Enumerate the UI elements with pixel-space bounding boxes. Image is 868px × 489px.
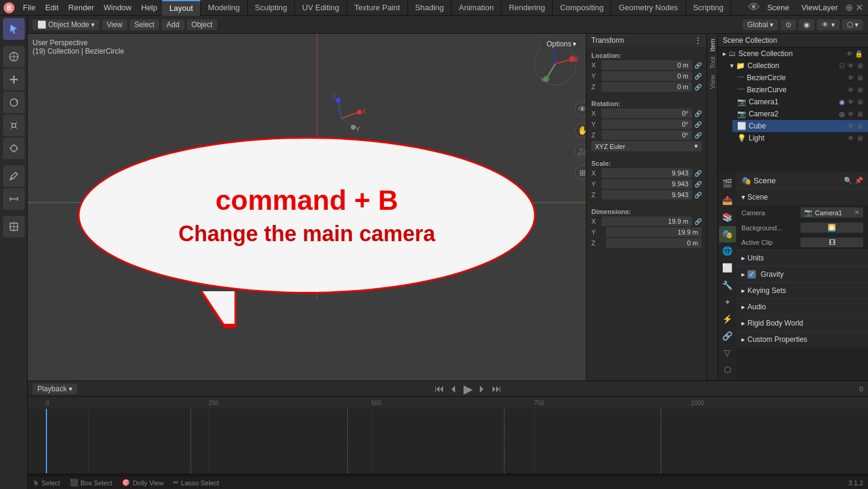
workspace-geometry[interactable]: Geometry Nodes xyxy=(611,0,685,16)
rotation-y-input[interactable] xyxy=(602,119,692,129)
menu-render[interactable]: Render xyxy=(63,0,99,16)
props-scene-icon[interactable]: 🎭 xyxy=(719,226,736,242)
location-y-lock[interactable]: 🔗 xyxy=(694,73,702,80)
transform-global[interactable]: Global ▾ xyxy=(743,19,779,30)
viewport-shading[interactable]: ⬡ ▾ xyxy=(842,19,863,30)
location-z-input[interactable] xyxy=(602,82,692,92)
props-output-icon[interactable]: 📤 xyxy=(719,192,736,208)
scene-background-value[interactable]: 🌅 xyxy=(800,222,863,233)
outliner-collection[interactable]: ▾ 📁 Collection ☑ 👁 🖥 xyxy=(725,60,868,72)
add-cube-tool[interactable] xyxy=(3,216,25,238)
props-data-icon[interactable]: ▽ xyxy=(719,345,736,361)
tab-tool[interactable]: Tool xyxy=(709,54,716,71)
location-x-input[interactable] xyxy=(602,60,692,70)
remove-screen-icon[interactable]: ✕ xyxy=(855,2,863,13)
props-physics-icon[interactable]: ⚡ xyxy=(719,311,736,327)
step-back-btn[interactable]: ⏴ xyxy=(449,383,459,394)
scale-x-lock[interactable]: 🔗 xyxy=(694,170,702,177)
collection-render[interactable]: 🖥 xyxy=(857,62,863,70)
dim-x-input[interactable] xyxy=(602,216,692,226)
gravity-checkbox[interactable]: ✓ xyxy=(747,270,756,279)
camera-remove-btn[interactable]: ✕ xyxy=(854,209,860,216)
workspace-sculpting[interactable]: Sculpting xyxy=(248,0,295,16)
scale-x-input[interactable] xyxy=(602,168,692,178)
location-y-input[interactable] xyxy=(602,71,692,81)
cube-vis[interactable]: 👁 xyxy=(848,122,854,130)
collection-vis[interactable]: 👁 xyxy=(848,62,854,70)
outliner-light[interactable]: 💡 Light 👁 🖥 xyxy=(732,132,868,144)
workspace-animation[interactable]: Animation xyxy=(451,0,502,16)
object-menu[interactable]: Object xyxy=(187,19,218,30)
outliner-scene-collection[interactable]: ▸ 🗂 Scene Collection 👁 🔒 xyxy=(718,48,868,60)
scene-keying-title[interactable]: ▸ Keying Sets xyxy=(737,283,868,298)
camera2-vis[interactable]: 👁 xyxy=(848,110,854,118)
viewport-overlays[interactable]: 👁 ▾ xyxy=(817,19,839,30)
proportional-edit[interactable]: ◉ xyxy=(799,19,814,30)
collection-checkbox[interactable]: ☑ xyxy=(839,62,845,70)
cursor-tool[interactable] xyxy=(3,46,25,68)
snap-options[interactable]: ⊙ xyxy=(781,19,796,30)
camera1-render[interactable]: 🖥 xyxy=(857,98,863,106)
props-material-icon[interactable]: ⬡ xyxy=(719,362,736,378)
add-menu[interactable]: Add xyxy=(162,19,184,30)
scene-rigid-body-title[interactable]: ▸ Rigid Body World xyxy=(737,315,868,331)
outliner-beziercircle[interactable]: 〰 BezierCircle 👁 🖥 xyxy=(732,72,868,84)
beziercurve-vis[interactable]: 👁 xyxy=(848,86,854,93)
light-render[interactable]: 🖥 xyxy=(857,134,863,142)
rotation-z-input[interactable] xyxy=(602,130,692,140)
scene-active-clip-value[interactable]: 🎞 xyxy=(800,238,863,247)
workspace-layout[interactable]: Layout xyxy=(162,0,201,16)
3d-viewport[interactable]: X Y Z X xyxy=(28,34,586,380)
props-constraints-icon[interactable]: 🔗 xyxy=(719,328,736,344)
scale-y-lock[interactable]: 🔗 xyxy=(694,181,702,188)
rotation-mode-dropdown[interactable]: XYZ Euler ▾ xyxy=(591,141,702,151)
workspace-rendering[interactable]: Rendering xyxy=(502,0,553,16)
scale-tool[interactable] xyxy=(3,115,25,136)
transform-panel-menu[interactable]: ⋮ xyxy=(694,36,702,45)
outliner-beziercurve[interactable]: 〰 BezierCurve 👁 🖥 xyxy=(732,84,868,96)
rotation-x-input[interactable] xyxy=(602,109,692,118)
select-tool[interactable] xyxy=(3,18,25,40)
view-menu[interactable]: View xyxy=(102,19,127,30)
props-object-icon[interactable]: ⬜ xyxy=(719,260,736,276)
outliner-cube[interactable]: ⬜ Cube 👁 🖥 xyxy=(732,120,868,132)
mode-select[interactable]: ⬜ Object Mode ▾ xyxy=(33,19,99,30)
scene-props-pin[interactable]: 📌 xyxy=(855,177,863,185)
scene-dropdown-icon[interactable]: 👁 xyxy=(748,1,760,14)
camera1-vis[interactable]: 👁 xyxy=(848,98,854,106)
transform-tool[interactable] xyxy=(3,137,25,159)
menu-window[interactable]: Window xyxy=(99,0,136,16)
workspace-compositing[interactable]: Compositing xyxy=(553,0,611,16)
rotation-y-lock[interactable]: 🔗 xyxy=(694,121,702,128)
workspace-shading[interactable]: Shading xyxy=(408,0,452,16)
scale-z-lock[interactable]: 🔗 xyxy=(694,192,702,198)
props-modifier-icon[interactable]: 🔧 xyxy=(719,277,736,293)
jump-start-btn[interactable]: ⏮ xyxy=(435,383,444,394)
options-button[interactable]: Options ▾ xyxy=(542,39,581,49)
beziercircle-render[interactable]: 🖥 xyxy=(857,74,863,81)
workspace-texture[interactable]: Texture Paint xyxy=(347,0,408,16)
measure-tool[interactable] xyxy=(3,188,25,210)
rotation-z-lock[interactable]: 🔗 xyxy=(694,132,702,139)
step-fwd-btn[interactable]: ⏵ xyxy=(477,383,487,394)
scene-audio-title[interactable]: ▸ Audio xyxy=(737,299,868,315)
camera2-render[interactable]: 🖥 xyxy=(857,110,863,118)
props-render-icon[interactable]: 🎬 xyxy=(719,175,736,191)
scene-custom-props-title[interactable]: ▸ Custom Properties xyxy=(737,332,868,347)
rotate-tool[interactable] xyxy=(3,92,25,113)
dim-x-lock[interactable]: 🔗 xyxy=(694,218,702,225)
timeline-menu[interactable]: Playback ▾ xyxy=(33,383,77,394)
light-vis[interactable]: 👁 xyxy=(848,134,854,142)
workspace-modeling[interactable]: Modeling xyxy=(201,0,248,16)
props-view-layer-icon[interactable]: 📚 xyxy=(719,209,736,225)
menu-edit[interactable]: Edit xyxy=(40,0,63,16)
scene-units-title[interactable]: ▸ Units xyxy=(737,250,868,266)
cube-render[interactable]: 🖥 xyxy=(857,122,863,130)
location-z-lock[interactable]: 🔗 xyxy=(694,84,702,90)
tab-view[interactable]: View xyxy=(709,72,716,92)
select-menu[interactable]: Select xyxy=(130,19,159,30)
outliner-camera2[interactable]: 📷 Camera2 ◎ 👁 🖥 xyxy=(732,108,868,120)
move-tool[interactable] xyxy=(3,69,25,90)
menu-file[interactable]: File xyxy=(18,0,40,16)
props-world-icon[interactable]: 🌐 xyxy=(719,243,736,259)
